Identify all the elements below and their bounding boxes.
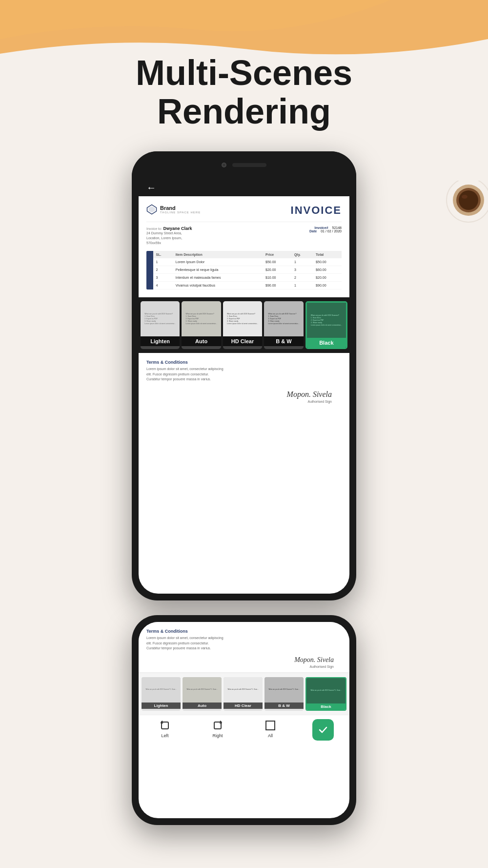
invoice-header: Brand TAGLINE SPACE HERE INVOICE xyxy=(146,204,342,217)
invoice-to: Invoice to: Dwyane Clark 24 Dummy Street… xyxy=(146,226,192,245)
invoice-meta: Invoice# 52148 Date 01 / 02 / 2020 xyxy=(309,226,342,245)
hero-title: Multi-Scenes Rendering xyxy=(0,54,488,131)
svg-point-4 xyxy=(462,195,468,199)
table-accent-bar xyxy=(146,251,153,289)
brand-text: Brand TAGLINE SPACE HERE xyxy=(160,205,201,214)
svg-rect-9 xyxy=(266,721,275,730)
table-row: 3 Interdum et malesuada fames $10.00 2 $… xyxy=(153,274,342,282)
phone-shell-bottom: Terms & Conditions Lorem ipsum dolor sit… xyxy=(132,615,356,825)
checkmark-icon xyxy=(318,724,328,735)
col-header-price: Price xyxy=(263,251,291,258)
filter-bw-label: B & W xyxy=(264,336,303,346)
table-row: 2 Pellentesque id neque ligula $20.00 3 … xyxy=(153,266,342,274)
filter-hdclear-label: HD Clear xyxy=(223,336,262,346)
screen-header: ← xyxy=(139,178,349,196)
filter-hdclear-small[interactable]: What can you do with DOX Scanner? 1. Sca… xyxy=(224,677,263,711)
filter-bw-big[interactable]: What can you do with DOX Scanner?1. Scan… xyxy=(264,301,303,349)
filter-strip-small: What can you do with DOX Scanner? 1. Sca… xyxy=(139,673,349,715)
filter-auto-big[interactable]: What can you do with DOX Scanner?1. Scan… xyxy=(182,301,221,349)
phone-top-bar xyxy=(132,151,356,178)
filter-lighten-big[interactable]: What can you do with DOX Scanner?1. Scan… xyxy=(141,301,180,349)
rotate-left-icon xyxy=(159,719,171,732)
filter-hdclear-label-small: HD Clear xyxy=(224,703,263,709)
rotate-left-button[interactable]: Left xyxy=(139,719,191,741)
brand-logo-icon xyxy=(146,204,157,215)
phone-speaker xyxy=(232,163,266,167)
back-button[interactable]: ← xyxy=(146,182,156,193)
table-row: 4 Vivamus volutpat faucibus $90.00 1 $90… xyxy=(153,282,342,289)
invoice-content: Brand TAGLINE SPACE HERE INVOICE Invoice… xyxy=(139,196,349,297)
phone-camera xyxy=(222,163,226,167)
signature-bottom: Mopon. Sivela Authorised Sign xyxy=(146,656,342,668)
invoice-table-wrapper: SL. Item Description Price Qty. Total 1 … xyxy=(146,251,342,289)
phone-top: ← Brand TAGLINE SPACE HERE xyxy=(127,151,361,825)
rotate-left-label: Left xyxy=(161,733,168,738)
filter-black-label-big: Black xyxy=(307,338,346,348)
terms-title-bottom: Terms & Conditions xyxy=(146,629,342,634)
filter-hdclear-big[interactable]: What can you do with DOX Scanner?1. Scan… xyxy=(223,301,262,349)
select-all-label: All xyxy=(268,733,273,738)
filter-auto-label: Auto xyxy=(182,336,221,346)
client-address: 24 Dummy Street Area,Location, Lorem Ips… xyxy=(146,231,192,245)
invoice-bottom-snippet: Terms & Conditions Lorem ipsum dolor sit… xyxy=(139,622,349,673)
signature-area: Mopon. Sivela Authorised Sign xyxy=(146,390,342,403)
filter-black-small[interactable]: What can you do with DOX Scanner? 1. Sca… xyxy=(305,677,346,711)
table-row: 1 Lorem Ipsum Dolor $50.00 1 $50.00 xyxy=(153,258,342,266)
filter-lighten-label: Lighten xyxy=(141,336,180,346)
svg-point-3 xyxy=(459,190,478,210)
invoice-details: Invoice to: Dwyane Clark 24 Dummy Street… xyxy=(146,222,342,245)
bottom-toolbar: Left Right xyxy=(139,715,349,744)
terms-text: Lorem ipsum dolor sit amet, consectetur … xyxy=(146,367,342,382)
brand-logo: Brand TAGLINE SPACE HERE xyxy=(146,204,201,215)
confirm-icon-container[interactable] xyxy=(312,719,334,741)
phone-shell-top: ← Brand TAGLINE SPACE HERE xyxy=(132,151,356,600)
col-header-qty: Qty. xyxy=(291,251,313,258)
col-header-desc: Item Description xyxy=(173,251,263,258)
rotate-right-label: Right xyxy=(212,733,223,738)
filter-bw-small[interactable]: What can you do with DOX Scanner? 1. Sca… xyxy=(264,677,304,711)
filter-auto-small[interactable]: What can you do with DOX Scanner? 1. Sca… xyxy=(183,677,222,711)
rotate-right-button[interactable]: Right xyxy=(191,719,244,741)
svg-marker-6 xyxy=(148,206,155,212)
filter-auto-label-small: Auto xyxy=(183,703,222,709)
select-all-button[interactable]: All xyxy=(244,719,297,741)
filter-black-label-small: Black xyxy=(306,703,346,710)
invoice-bottom: Terms & Conditions Lorem ipsum dolor sit… xyxy=(139,353,349,410)
invoice-table: SL. Item Description Price Qty. Total 1 … xyxy=(153,251,342,289)
rotate-right-icon xyxy=(211,719,224,732)
select-all-icon xyxy=(264,719,277,732)
filter-lighten-small[interactable]: What can you do with DOX Scanner? 1. Sca… xyxy=(142,677,181,711)
phone-screen-bottom: Terms & Conditions Lorem ipsum dolor sit… xyxy=(139,622,349,818)
filter-strip-big: What can you do with DOX Scanner?1. Scan… xyxy=(139,297,349,353)
col-header-total: Total xyxy=(313,251,342,258)
filter-bw-label-small: B & W xyxy=(264,703,304,709)
coffee-decoration xyxy=(439,181,488,229)
filter-black-big[interactable]: What can you do with DOX Scanner?1. Scan… xyxy=(305,301,347,349)
col-header-sl: SL. xyxy=(153,251,173,258)
filter-lighten-label-small: Lighten xyxy=(142,703,181,709)
confirm-button[interactable] xyxy=(297,719,349,741)
terms-text-bottom: Lorem ipsum dolor sit amet, consectetur … xyxy=(146,636,342,651)
invoice-title: INVOICE xyxy=(291,204,342,217)
phone-screen-top: ← Brand TAGLINE SPACE HERE xyxy=(139,178,349,594)
